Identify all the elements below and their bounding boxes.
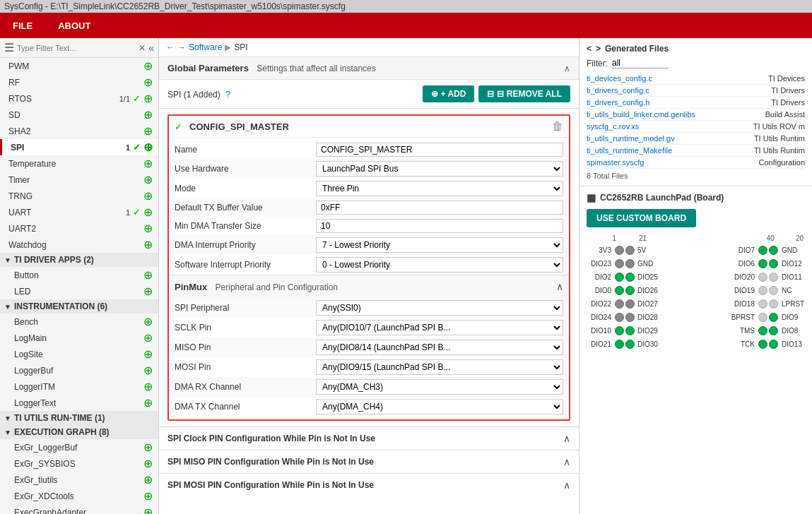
- select-dma-priority[interactable]: 7 - Lowest Priority: [316, 237, 563, 253]
- sidebar-item-loggertext[interactable]: LoggerText ⊕: [0, 395, 158, 411]
- section-execution-graph[interactable]: ▼ EXECUTION GRAPH (8): [0, 425, 158, 439]
- select-mode[interactable]: Three Pin: [316, 181, 563, 196]
- pinmux-collapse-icon[interactable]: ∧: [556, 281, 563, 292]
- add-pwm-icon[interactable]: ⊕: [143, 59, 153, 73]
- remove-all-button[interactable]: ⊟ ⊟ REMOVE ALL: [478, 85, 570, 102]
- sidebar-item-execgraphadapter[interactable]: ExecGraphAdapter ⊕: [0, 504, 158, 514]
- sidebar-item-rtos[interactable]: RTOS 1/1 ✓ ⊕: [0, 90, 158, 107]
- breadcrumb-forward[interactable]: →: [177, 42, 186, 52]
- hamburger-icon[interactable]: ☰: [4, 41, 14, 54]
- miso-pin-expand-icon[interactable]: ∧: [563, 456, 570, 467]
- sidebar-item-exgr-loggerbuf[interactable]: ExGr_LoggerBuf ⊕: [0, 439, 158, 455]
- sidebar-item-rf[interactable]: RF ⊕: [0, 74, 158, 90]
- file-name[interactable]: ti_utils_runtime_Makefile: [587, 146, 754, 155]
- file-name[interactable]: ti_drivers_config.c: [587, 86, 771, 95]
- add-button[interactable]: ⊕ + ADD: [423, 85, 475, 102]
- add-execgraphadapter-icon[interactable]: ⊕: [143, 506, 153, 514]
- section-ti-driver-apps[interactable]: ▼ TI DRIVER APPS (2): [0, 253, 158, 267]
- select-use-hardware[interactable]: LaunchPad SPI Bus: [316, 161, 563, 177]
- add-rtos-icon[interactable]: ⊕: [143, 92, 153, 105]
- clock-pin-expand-bar[interactable]: SPI Clock PIN Configuration While Pin is…: [167, 427, 570, 450]
- filter-input[interactable]: [612, 58, 669, 68]
- add-sd-icon[interactable]: ⊕: [143, 108, 153, 121]
- add-led-icon[interactable]: ⊕: [143, 285, 153, 298]
- global-params-title-bar[interactable]: Global Parameters Settings that affect a…: [159, 57, 579, 79]
- add-exgr-tiutils-icon[interactable]: ⊕: [143, 473, 153, 486]
- add-logsite-icon[interactable]: ⊕: [143, 347, 153, 361]
- breadcrumb-software[interactable]: Software: [189, 42, 222, 52]
- select-dma-tx[interactable]: Any(DMA_CH4): [316, 399, 563, 414]
- add-loggeritm-icon[interactable]: ⊕: [143, 380, 153, 393]
- input-tx-buffer[interactable]: [316, 201, 563, 215]
- add-trng-icon[interactable]: ⊕: [143, 189, 153, 203]
- sidebar-item-timer[interactable]: Timer ⊕: [0, 172, 158, 188]
- pinmux-title-bar[interactable]: PinMux Peripheral and Pin Configuration …: [169, 275, 569, 298]
- add-uart-icon[interactable]: ⊕: [143, 205, 153, 219]
- file-name[interactable]: spimaster.syscfg: [587, 158, 759, 167]
- config-delete-icon[interactable]: 🗑: [552, 120, 563, 133]
- sidebar-item-loggerbuf[interactable]: LoggerBuf ⊕: [0, 362, 158, 378]
- global-params-collapse-icon[interactable]: ∧: [564, 64, 570, 73]
- select-dma-rx[interactable]: Any(DMA_CH3): [316, 379, 563, 395]
- input-name[interactable]: [316, 143, 563, 157]
- menu-about[interactable]: ABOUT: [52, 18, 96, 34]
- add-bench-icon[interactable]: ⊕: [143, 315, 153, 328]
- add-rf-icon[interactable]: ⊕: [143, 76, 153, 89]
- add-sha2-icon[interactable]: ⊕: [143, 124, 153, 138]
- mosi-pin-expand-icon[interactable]: ∧: [563, 479, 570, 491]
- menu-file[interactable]: FILE: [7, 18, 38, 34]
- sidebar-item-sha2[interactable]: SHA2 ⊕: [0, 123, 158, 139]
- sidebar-item-spi[interactable]: SPI 1 ✓ ⊕: [0, 139, 158, 155]
- spi-help-icon[interactable]: ?: [225, 90, 230, 100]
- sidebar-item-exgr-xdctools[interactable]: ExGr_XDCtools ⊕: [0, 488, 158, 504]
- clock-pin-expand-icon[interactable]: ∧: [563, 433, 570, 444]
- file-name[interactable]: ti_devices_config.c: [587, 74, 768, 83]
- sidebar-item-pwm[interactable]: PWM ⊕: [0, 58, 158, 74]
- sidebar-item-logsite[interactable]: LogSite ⊕: [0, 346, 158, 362]
- custom-board-button[interactable]: USE CUSTOM BOARD: [587, 209, 696, 227]
- input-min-dma[interactable]: [316, 219, 563, 233]
- sidebar-item-sd[interactable]: SD ⊕: [0, 107, 158, 123]
- select-miso[interactable]: Any(DIO8/14 (LaunchPad SPI B...: [316, 340, 563, 355]
- sidebar-item-exgr-sysbios[interactable]: ExGr_SYSBIOS ⊕: [0, 455, 158, 472]
- sidebar-item-exgr-tiutils[interactable]: ExGr_tiutils ⊕: [0, 472, 158, 488]
- sidebar-item-watchdog[interactable]: Watchdog ⊕: [0, 237, 158, 253]
- select-mosi[interactable]: Any(DIO9/15 (LaunchPad SPI B...: [316, 359, 563, 375]
- filter-input[interactable]: [17, 44, 136, 52]
- collapse-sidebar-icon[interactable]: «: [148, 42, 154, 54]
- select-sw-priority[interactable]: 0 - Lowest Priority: [316, 257, 563, 273]
- sidebar-item-loggeritm[interactable]: LoggerITM ⊕: [0, 378, 158, 395]
- sidebar-item-trng[interactable]: TRNG ⊕: [0, 188, 158, 204]
- section-instrumentation[interactable]: ▼ INSTRUMENTATION (6): [0, 299, 158, 313]
- file-name[interactable]: ti_utils_runtime_model.gv: [587, 134, 754, 143]
- select-sclk[interactable]: Any(DIO10/7 (LaunchPad SPI B...: [316, 320, 563, 335]
- sidebar-item-button[interactable]: Button ⊕: [0, 267, 158, 283]
- add-button-icon[interactable]: ⊕: [143, 268, 153, 282]
- sidebar-item-uart2[interactable]: UART2 ⊕: [0, 220, 158, 237]
- add-loggertext-icon[interactable]: ⊕: [143, 396, 153, 410]
- add-exgr-loggerbuf-icon[interactable]: ⊕: [143, 441, 153, 454]
- sidebar-item-logmain[interactable]: LogMain ⊕: [0, 330, 158, 346]
- breadcrumb-back[interactable]: ←: [166, 42, 175, 52]
- add-uart2-icon[interactable]: ⊕: [143, 222, 153, 235]
- add-temperature-icon[interactable]: ⊕: [143, 157, 153, 170]
- file-name[interactable]: syscfg_c.rov.xs: [587, 122, 753, 131]
- file-name[interactable]: ti_drivers_config.h: [587, 98, 771, 107]
- sidebar-item-bench[interactable]: Bench ⊕: [0, 313, 158, 330]
- sidebar-item-uart[interactable]: UART 1 ✓ ⊕: [0, 204, 158, 220]
- add-exgr-sysbios-icon[interactable]: ⊕: [143, 457, 153, 470]
- add-timer-icon[interactable]: ⊕: [143, 173, 153, 186]
- mosi-pin-expand-bar[interactable]: SPI MOSI PIN Configuration While Pin is …: [167, 474, 570, 496]
- add-exgr-xdctools-icon[interactable]: ⊕: [143, 489, 153, 503]
- file-name[interactable]: ti_utils_build_linker.cmd.genlibs: [587, 110, 765, 119]
- add-watchdog-icon[interactable]: ⊕: [143, 238, 153, 251]
- add-logmain-icon[interactable]: ⊕: [143, 331, 153, 345]
- sidebar-item-led[interactable]: LED ⊕: [0, 283, 158, 299]
- section-ti-utils-runtime[interactable]: ▼ TI UTILS RUN-TIME (1): [0, 411, 158, 425]
- add-loggerbuf-icon[interactable]: ⊕: [143, 364, 153, 377]
- clear-filter-icon[interactable]: ✕: [139, 43, 146, 53]
- add-spi-icon[interactable]: ⊕: [143, 141, 153, 154]
- sidebar-item-temperature[interactable]: Temperature ⊕: [0, 155, 158, 172]
- miso-pin-expand-bar[interactable]: SPI MISO PIN Configuration While Pin is …: [167, 450, 570, 473]
- select-spi-peripheral[interactable]: Any(SSI0): [316, 300, 563, 316]
